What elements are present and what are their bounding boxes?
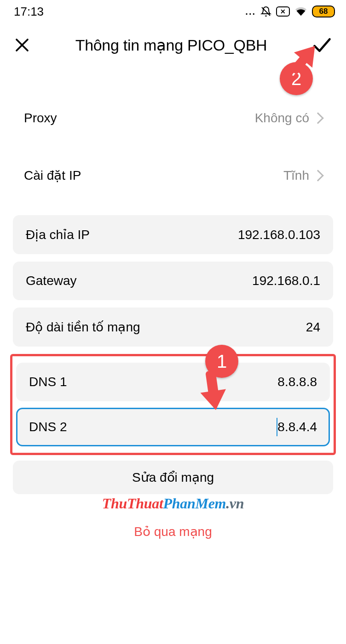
watermark: ThuThuatPhanMem.vn	[7, 495, 339, 512]
dns1-label: DNS 1	[29, 375, 67, 389]
chevron-right-icon	[312, 112, 323, 124]
modify-network-button[interactable]: Sửa đổi mạng	[13, 461, 333, 494]
chevron-right-icon	[312, 170, 323, 181]
clock: 17:13	[14, 5, 44, 19]
gateway-label: Gateway	[26, 274, 77, 288]
forget-network-button[interactable]: Bỏ qua mạng	[13, 515, 333, 548]
vowifi-icon: ✕	[276, 6, 290, 17]
dns2-field[interactable]: DNS 2 8.8.4.4	[16, 408, 330, 446]
battery-icon: 68	[312, 6, 335, 17]
bell-mute-icon	[260, 6, 271, 17]
dns2-value: 8.8.4.4	[277, 420, 317, 434]
header: Thông tin mạng PICO_QBH	[0, 23, 346, 67]
prefix-length-label: Độ dài tiền tố mạng	[26, 319, 140, 335]
ip-address-value: 192.168.0.103	[238, 228, 320, 242]
proxy-row[interactable]: Proxy Không có	[7, 99, 339, 137]
status-bar: 17:13 ... ✕ 68	[0, 0, 346, 23]
dns1-field[interactable]: DNS 1 8.8.8.8	[16, 363, 330, 401]
proxy-label: Proxy	[24, 111, 57, 125]
content: Proxy Không có Cài đặt IP Tĩnh Địa chỉa …	[0, 99, 346, 548]
ip-address-label: Địa chỉa IP	[26, 227, 90, 242]
dns-highlight-box: DNS 1 8.8.8.8 DNS 2 8.8.4.4	[10, 354, 336, 455]
gateway-field[interactable]: Gateway 192.168.0.1	[13, 262, 333, 300]
ip-settings-value: Tĩnh	[283, 168, 309, 183]
proxy-value: Không có	[255, 111, 309, 125]
wifi-icon	[294, 6, 307, 17]
prefix-length-value: 24	[306, 320, 320, 335]
status-icons: ... ✕ 68	[245, 6, 335, 17]
ip-address-field[interactable]: Địa chỉa IP 192.168.0.103	[13, 215, 333, 254]
text-cursor	[277, 418, 277, 436]
page-title: Thông tin mạng PICO_QBH	[40, 36, 303, 54]
dns2-label: DNS 2	[29, 420, 67, 434]
prefix-length-field[interactable]: Độ dài tiền tố mạng 24	[13, 308, 333, 347]
gateway-value: 192.168.0.1	[252, 274, 320, 288]
dns1-value: 8.8.8.8	[277, 375, 317, 389]
ip-settings-label: Cài đặt IP	[24, 168, 81, 183]
more-dots-icon: ...	[245, 6, 256, 17]
ip-settings-row[interactable]: Cài đặt IP Tĩnh	[7, 156, 339, 195]
close-icon[interactable]	[14, 37, 30, 53]
